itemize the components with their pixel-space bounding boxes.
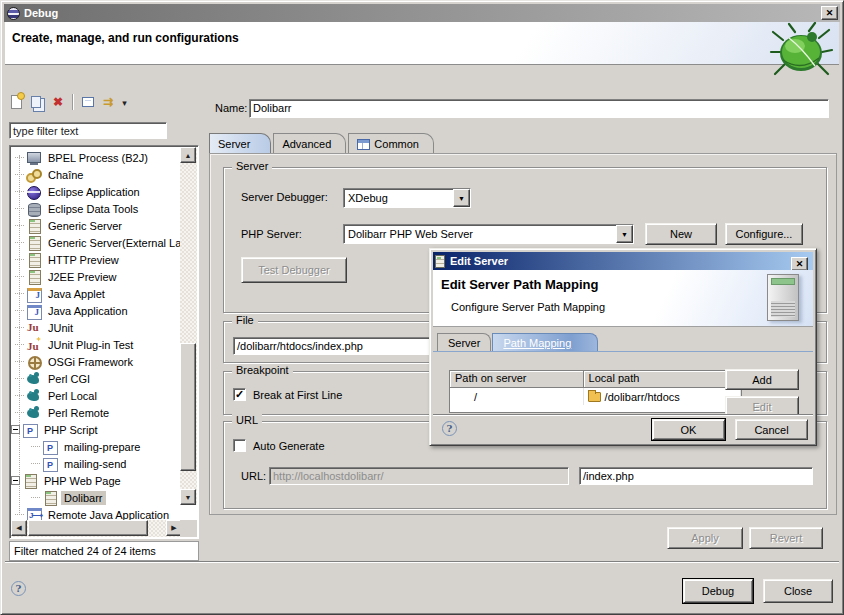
horizontal-scroll-thumb[interactable]: [28, 520, 148, 536]
php-icon: [42, 456, 58, 472]
tree-item-cha-ne[interactable]: Chaîne: [11, 166, 182, 183]
tree-item-java-application[interactable]: Java Application: [11, 302, 182, 319]
debug-button[interactable]: Debug: [683, 579, 753, 603]
help-icon[interactable]: ?: [11, 581, 26, 596]
tree-guide-line: [15, 310, 24, 311]
dialog-tab-path-mapping[interactable]: Path Mapping: [492, 333, 598, 351]
new-server-button[interactable]: New: [645, 223, 717, 245]
scroll-left-arrow-icon[interactable]: ◀: [11, 520, 27, 536]
toolbar-menu-caret-icon[interactable]: [122, 96, 127, 108]
tree-item-dolibarr[interactable]: Dolibarr: [11, 489, 182, 506]
dialog-header: Edit Server Path Mapping Configure Serve…: [433, 270, 813, 327]
name-label: Name:: [215, 102, 247, 114]
dialog-tab-server[interactable]: Server: [437, 333, 491, 351]
tree-item-perl-cgi[interactable]: Perl CGI: [11, 370, 182, 387]
tree-item-java-applet[interactable]: Java Applet: [11, 285, 182, 302]
test-debugger-button[interactable]: Test Debugger: [241, 257, 347, 283]
chevron-down-icon[interactable]: ▼: [453, 189, 470, 207]
server-icon: [42, 490, 58, 506]
tree-guide-line: [15, 378, 24, 379]
tree-vertical-scrollbar[interactable]: ▲ ▼: [180, 147, 197, 505]
tree-item-perl-local[interactable]: Perl Local: [11, 387, 182, 404]
tab-server[interactable]: Server: [209, 133, 271, 154]
server-icon: [26, 269, 42, 285]
breakpoint-group-legend: Breakpoint: [232, 364, 293, 376]
tree-item-junit[interactable]: JUnit: [11, 319, 182, 336]
tab-common[interactable]: Common: [348, 133, 434, 154]
tree-item-label: Perl Local: [45, 389, 100, 403]
name-input[interactable]: Dolibarr: [249, 99, 829, 118]
tree-horizontal-scrollbar[interactable]: ◀ ▶: [11, 520, 182, 537]
dialog-help-icon[interactable]: ?: [442, 421, 457, 436]
server-group-legend: Server: [232, 160, 272, 172]
column-header-local-path[interactable]: Local path: [584, 371, 741, 388]
perl-icon: [26, 405, 42, 421]
tree-item-generic-server[interactable]: Generic Server: [11, 217, 182, 234]
server-tower-icon: [767, 274, 799, 321]
chevron-down-icon[interactable]: ▼: [616, 225, 633, 243]
revert-button[interactable]: Revert: [749, 527, 823, 549]
cancel-button[interactable]: Cancel: [735, 419, 808, 440]
dialog-subheading: Configure Server Path Mapping: [451, 301, 605, 313]
tree-item-mailing-send[interactable]: mailing-send: [11, 455, 182, 472]
collapse-expander-icon[interactable]: [11, 425, 20, 434]
tab-advanced[interactable]: Advanced: [273, 133, 346, 154]
apply-button[interactable]: Apply: [667, 527, 743, 549]
tree-guide-line: [15, 191, 24, 192]
eclipse-window-icon: [7, 7, 20, 20]
window-close-button[interactable]: ✕: [821, 6, 838, 20]
tree-item-eclipse-application[interactable]: Eclipse Application: [11, 183, 182, 200]
break-first-line-checkbox[interactable]: ✓: [233, 388, 246, 401]
window-titlebar[interactable]: Debug ✕: [4, 4, 840, 22]
type-filter-input[interactable]: type filter text: [9, 122, 167, 139]
collapse-all-icon[interactable]: [82, 97, 94, 107]
ok-button[interactable]: OK: [652, 419, 725, 440]
tree-item-label: BPEL Process (B2J): [45, 151, 151, 165]
configure-server-button[interactable]: Configure...: [725, 223, 803, 245]
vertical-scroll-thumb[interactable]: [180, 343, 196, 471]
path-mapping-table[interactable]: Path on serverLocal path//dolibarr/htdoc…: [449, 370, 742, 413]
delete-launch-configuration-icon[interactable]: [53, 95, 63, 109]
tree-item-bpel-process-b2j-[interactable]: BPEL Process (B2J): [11, 149, 182, 166]
tree-guide-line: [15, 174, 24, 175]
tree-item-perl-remote[interactable]: Perl Remote: [11, 404, 182, 421]
collapse-expander-icon[interactable]: [11, 476, 20, 485]
add-mapping-button[interactable]: Add: [725, 369, 799, 390]
tree-item-osgi-framework[interactable]: OSGi Framework: [11, 353, 182, 370]
tree-guide-line: [15, 293, 24, 294]
scroll-up-arrow-icon[interactable]: ▲: [180, 147, 196, 163]
banner-title: Create, manage, and run configurations: [12, 31, 239, 45]
server-debugger-label: Server Debugger:: [241, 191, 328, 203]
filter-launch-configurations-icon[interactable]: [103, 95, 113, 109]
header-banner: Create, manage, and run configurations: [5, 22, 839, 65]
tree-item-generic-server-external-la[interactable]: Generic Server(External La: [11, 234, 182, 251]
tree-guide-line: [31, 446, 40, 447]
server-debugger-combo[interactable]: XDebug ▼: [343, 188, 471, 208]
tree-item-mailing-prepare[interactable]: mailing-prepare: [11, 438, 182, 455]
tree-guide-line: [15, 242, 24, 243]
close-button[interactable]: Close: [763, 579, 833, 603]
dialog-titlebar[interactable]: Edit Server ✕: [433, 252, 813, 270]
tree-item-php-script[interactable]: PHP Script: [11, 421, 182, 438]
url-path-input[interactable]: /index.php: [579, 467, 813, 485]
new-launch-configuration-icon[interactable]: [11, 95, 22, 109]
tree-item-j2ee-preview[interactable]: J2EE Preview: [11, 268, 182, 285]
php-server-combo[interactable]: Dolibarr PHP Web Server ▼: [343, 224, 634, 244]
server-icon: [26, 218, 42, 234]
duplicate-launch-configuration-icon[interactable]: [31, 96, 41, 108]
tree-item-http-preview[interactable]: HTTP Preview: [11, 251, 182, 268]
configurations-tree-box: BPEL Process (B2J)ChaîneEclipse Applicat…: [9, 145, 199, 539]
tree-item-php-web-page[interactable]: PHP Web Page: [11, 472, 182, 489]
url-group-legend: URL: [232, 414, 262, 426]
auto-generate-checkbox[interactable]: [233, 439, 246, 452]
tree-item-eclipse-data-tools[interactable]: Eclipse Data Tools: [11, 200, 182, 217]
edit-server-dialog: Edit Server ✕ Edit Server Path Mapping C…: [429, 248, 817, 446]
dialog-close-button[interactable]: ✕: [791, 257, 808, 271]
folder-icon: [588, 392, 601, 402]
url-label: URL:: [241, 470, 266, 482]
config-tabbar: Server Advanced Common: [209, 133, 436, 154]
column-header-path-on-server[interactable]: Path on server: [450, 371, 584, 388]
path-mapping-row[interactable]: //dolibarr/htdocs: [450, 388, 741, 405]
tree-item-junit-plug-in-test[interactable]: JUnit Plug-in Test: [11, 336, 182, 353]
scroll-down-arrow-icon[interactable]: ▼: [180, 489, 196, 505]
